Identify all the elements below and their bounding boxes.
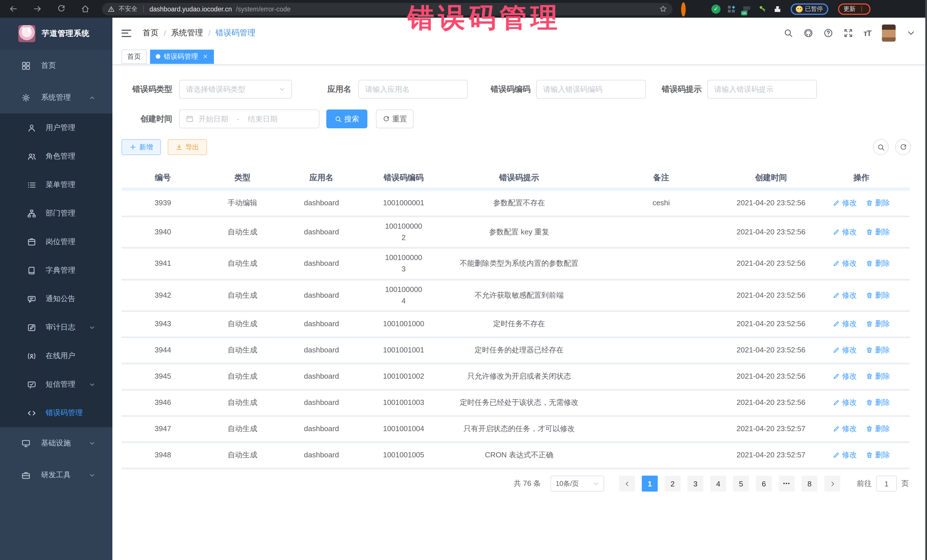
page-button[interactable]: 5 (733, 476, 749, 492)
sidebar-item[interactable]: 基础设施 (0, 427, 112, 459)
tab-close-icon[interactable] (202, 54, 208, 59)
refresh-table-button[interactable] (895, 139, 911, 155)
edit-link[interactable]: 修改 (833, 371, 857, 382)
github-icon[interactable] (804, 29, 813, 38)
sidebar-item[interactable]: 角色管理 (0, 142, 112, 170)
delete-link[interactable]: 删除 (866, 345, 890, 356)
bookmark-star-icon[interactable] (660, 5, 667, 12)
app-logo-row[interactable]: 芋道管理系统 (0, 18, 112, 50)
add-button[interactable]: 新增 (122, 139, 161, 155)
sidebar-item[interactable]: 通知公告 (0, 285, 112, 313)
edit-link[interactable]: 修改 (833, 197, 857, 209)
sidebar-item[interactable]: 岗位管理 (0, 228, 112, 256)
table-row[interactable]: 3947 自动生成 dashboard 1001001004 只有开启状态的任务… (122, 417, 910, 443)
error-code-input[interactable]: 请输入错误码编码 (536, 80, 646, 99)
extension-list-icon[interactable]: on (742, 4, 751, 14)
sidebar-item[interactable]: 菜单管理 (0, 170, 112, 199)
table-row[interactable]: 3946 自动生成 dashboard 1001001003 定时任务已经处于该… (122, 391, 910, 417)
sidebar-item[interactable]: 短信管理 (0, 370, 112, 399)
delete-link[interactable]: 删除 (866, 258, 890, 269)
delete-link[interactable]: 删除 (866, 226, 890, 238)
delete-link[interactable]: 删除 (866, 290, 890, 301)
table-row[interactable]: 3944 自动生成 dashboard 1001001001 定时任务的处理器已… (122, 338, 910, 364)
table-row[interactable]: 3945 自动生成 dashboard 1001001002 只允许修改为开启或… (122, 364, 910, 391)
font-size-icon[interactable]: тT (863, 29, 871, 38)
error-msg-input[interactable]: 请输入错误码提示 (707, 80, 817, 99)
delete-link[interactable]: 删除 (866, 397, 890, 408)
page-button[interactable]: 1 (642, 476, 658, 492)
sidebar-item[interactable]: 首页 (0, 50, 112, 82)
page-size-select[interactable]: 10条/页 (550, 476, 604, 492)
fullscreen-icon[interactable] (843, 29, 853, 38)
edit-link[interactable]: 修改 (833, 423, 857, 435)
edit-link[interactable]: 修改 (833, 226, 857, 238)
error-type-select[interactable]: 请选择错误码类型 (179, 80, 292, 99)
sidebar-item[interactable]: 在线用户 (0, 341, 112, 370)
sidebar-item[interactable]: 错误码管理 (0, 399, 112, 427)
sidebar-item[interactable]: 字典管理 (0, 256, 112, 285)
reset-button[interactable]: 重置 (376, 109, 413, 128)
delete-link[interactable]: 删除 (866, 319, 890, 330)
table-row[interactable]: 3941 自动生成 dashboard 1001000003 不能删除类型为系统… (122, 249, 910, 281)
user-avatar[interactable] (882, 24, 896, 42)
breadcrumb-current[interactable]: 错误码管理 (216, 28, 255, 38)
prev-page-button[interactable] (619, 476, 635, 492)
extension-grid-icon[interactable] (727, 4, 736, 14)
page-button[interactable]: 4 (710, 476, 726, 492)
browser-home-icon[interactable] (81, 5, 90, 13)
extension-gem-icon[interactable] (696, 4, 705, 14)
date-range-picker[interactable]: 开始日期 - 结束日期 (179, 109, 319, 128)
sidebar-item[interactable]: 系统管理 (0, 82, 112, 114)
delete-link[interactable]: 删除 (866, 450, 890, 461)
browser-update-button[interactable]: 更新 (838, 3, 870, 15)
search-icon[interactable] (784, 29, 793, 38)
table-row[interactable]: 3939 手动编辑 dashboard 1001000001 参数配置不存在 c… (122, 191, 910, 217)
sidebar-item[interactable]: 部门管理 (0, 199, 112, 228)
search-button[interactable]: 搜索 (326, 109, 368, 128)
edit-link[interactable]: 修改 (833, 345, 857, 356)
hamburger-icon[interactable] (122, 29, 131, 37)
edit-link[interactable]: 修改 (833, 450, 857, 461)
edit-link[interactable]: 修改 (833, 290, 857, 301)
delete-link[interactable]: 删除 (866, 371, 890, 382)
address-bar[interactable]: 不安全 dashboard.yudao.iocoder.cn/system/er… (102, 3, 673, 15)
sidebar-item[interactable]: 审计日志 (0, 313, 112, 341)
page-button[interactable]: 6 (756, 476, 772, 492)
goto-page-input[interactable] (876, 476, 897, 492)
table-row[interactable]: 3940 自动生成 dashboard 1001000002 参数配置 key … (122, 217, 910, 249)
page-buttons: 123456•••8 (635, 476, 818, 492)
breadcrumb-home[interactable]: 首页 (143, 28, 159, 38)
table-header: 编号 类型 应用名 错误码编码 错误码提示 备注 创建时间 操作 (122, 168, 910, 188)
delete-link[interactable]: 删除 (866, 423, 890, 435)
extension-orange-icon[interactable] (681, 4, 690, 14)
delete-link[interactable]: 删除 (866, 197, 890, 209)
toggle-search-button[interactable] (873, 139, 889, 155)
table-row[interactable]: 3942 自动生成 dashboard 1001000004 不允许获取敏感配置… (122, 280, 910, 312)
tab-home[interactable]: 首页 (122, 49, 147, 64)
browser-back-icon[interactable] (9, 5, 18, 13)
next-page-button[interactable] (824, 476, 840, 492)
sidebar-item[interactable]: 用户管理 (0, 114, 112, 142)
edit-link[interactable]: 修改 (833, 258, 857, 269)
table-row[interactable]: 3948 自动生成 dashboard 1001001005 CRON 表达式不… (122, 443, 910, 469)
page-button[interactable]: ••• (779, 476, 795, 492)
table-row[interactable]: 3943 自动生成 dashboard 1001001000 定时任务不存在 2… (122, 312, 910, 338)
help-icon[interactable] (824, 29, 833, 38)
browser-forward-icon[interactable] (33, 5, 42, 13)
extension-key-icon[interactable] (758, 4, 767, 14)
extensions-puzzle-icon[interactable] (773, 4, 782, 14)
avatar-caret-icon[interactable] (906, 29, 916, 38)
page-button[interactable]: 8 (801, 476, 818, 492)
app-name-input[interactable]: 请输入应用名 (358, 80, 468, 99)
page-button[interactable]: 2 (664, 476, 681, 492)
sidebar-item[interactable]: 研发工具 (0, 459, 112, 491)
edit-link[interactable]: 修改 (833, 397, 857, 408)
export-button[interactable]: 导出 (168, 139, 207, 155)
extension-green-icon[interactable]: ✓ (711, 4, 720, 14)
profile-paused-badge[interactable]: 已暂停 (791, 3, 828, 15)
breadcrumb-system[interactable]: 系统管理 (171, 28, 203, 38)
edit-link[interactable]: 修改 (833, 319, 857, 330)
browser-reload-icon[interactable] (57, 5, 65, 13)
tab-error-code[interactable]: 错误码管理 (150, 49, 214, 64)
page-button[interactable]: 3 (687, 476, 704, 492)
